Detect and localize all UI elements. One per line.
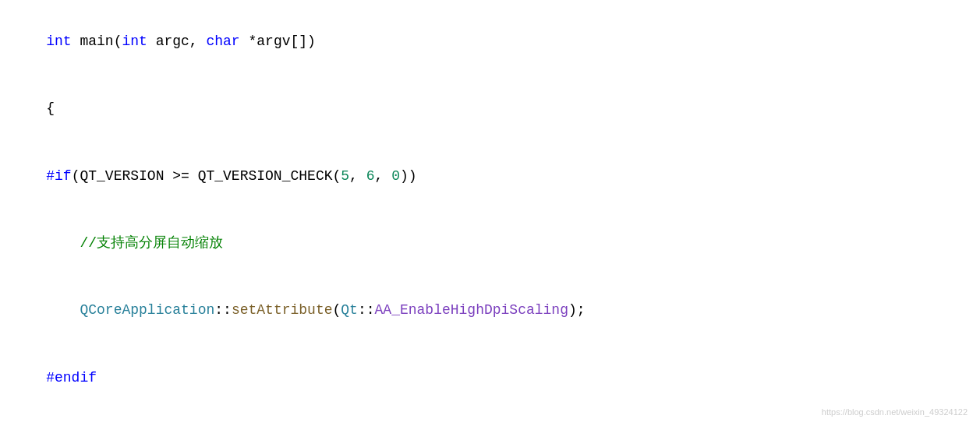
code-editor: int main(int argc, char *argv[]) { #if(Q… [0,0,980,426]
code-text: , [375,168,392,184]
keyword-int2: int [122,33,147,49]
code-text: :: [214,302,232,318]
code-text: , [349,168,366,184]
code-text: (QT_VERSION >= QT_VERSION_CHECK( [72,168,341,184]
code-text: :: [358,302,375,318]
class-qcoreapp: QCoreApplication [80,302,214,318]
code-line-4: //支持高分屏自动缩放 [12,209,968,276]
code-text [46,302,80,318]
code-text: main( [72,33,122,49]
watermark-text: https://blog.csdn.net/weixin_49324122 [822,407,968,417]
code-text: *argv[]) [240,33,316,49]
code-line-2: { [12,75,968,142]
number-5: 5 [341,168,349,184]
code-text: ( [333,302,341,318]
code-line-6: #endif [12,344,968,411]
keyword-char: char [206,33,239,49]
keyword-endif: #endif [46,370,97,386]
number-6: 6 [366,168,375,184]
keyword-if: #if [46,168,71,184]
keyword-int: int [46,33,71,49]
code-line-5: QCoreApplication::setAttribute(Qt::AA_En… [12,277,968,344]
number-0: 0 [391,168,400,184]
class-qt: Qt [341,302,358,318]
code-text: ); [568,302,586,318]
code-text: { [46,100,55,116]
code-text: )) [400,168,417,184]
comment-text: //支持高分屏自动缩放 [46,235,223,251]
enum-aadpi: AA_EnableHighDpiScaling [375,302,568,318]
code-text: argc, [147,33,207,49]
func-setattribute: setAttribute [232,302,333,318]
code-line-1: int main(int argc, char *argv[]) [12,8,968,75]
code-line-3: #if(QT_VERSION >= QT_VERSION_CHECK(5, 6,… [12,143,968,209]
